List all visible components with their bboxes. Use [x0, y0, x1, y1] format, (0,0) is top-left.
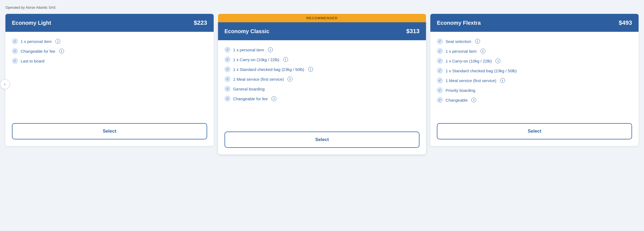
info-icon[interactable]: i	[283, 57, 288, 62]
info-icon[interactable]: i	[308, 67, 313, 72]
info-icon[interactable]: i	[59, 49, 64, 54]
list-item: ✓1 x Standard checked bag (23kg / 50lb)	[437, 68, 632, 74]
check-icon: ✓	[437, 77, 443, 83]
feature-text: Last to board	[21, 59, 45, 63]
economy-flextra-price: $493	[619, 19, 632, 26]
check-icon: ✓	[225, 66, 231, 72]
check-icon: ✓	[437, 97, 443, 103]
info-icon[interactable]: i	[475, 39, 480, 44]
check-icon: ✓	[437, 58, 443, 64]
list-item: ✓1 Meal service (first service)i	[437, 77, 632, 83]
info-icon[interactable]: i	[272, 96, 276, 101]
check-icon: ✓	[12, 58, 18, 64]
economy-light-body: ✓1 x personal itemi✓Changeable for feei✓…	[5, 32, 214, 119]
info-icon[interactable]: i	[268, 47, 273, 52]
check-icon: ✓	[225, 86, 231, 92]
list-item: ✓Seat selectioni	[437, 38, 632, 44]
feature-text: Changeable for fee	[21, 49, 55, 54]
feature-text: 1 Meal service (first service)	[446, 78, 496, 83]
feature-text: 1 x personal item	[233, 48, 264, 52]
list-item: ✓1 Meal service (first service)i	[225, 76, 420, 82]
feature-text: Changeable for fee	[233, 96, 268, 101]
info-icon[interactable]: i	[471, 98, 476, 102]
economy-light-title: Economy Light	[12, 20, 51, 26]
feature-text: 1 x Carry-on (10kg / 22lb)	[446, 59, 492, 63]
check-icon: ✓	[437, 38, 443, 44]
check-icon: ✓	[225, 76, 231, 82]
recommended-badge: RECOMMENDED	[218, 14, 426, 22]
economy-light-select-button[interactable]: Select	[12, 123, 207, 139]
economy-flextra-title: Economy Flextra	[437, 20, 481, 26]
economy-light-price: $223	[194, 19, 207, 26]
list-item: ✓Priority boarding	[437, 87, 632, 93]
list-item: ✓1 x Carry-on (10kg / 22lb)i	[437, 58, 632, 64]
feature-text: 1 x Standard checked bag (23kg / 50lb)	[446, 68, 517, 73]
info-icon[interactable]: i	[55, 39, 60, 44]
list-item: ✓Last to board	[12, 58, 207, 64]
check-icon: ✓	[225, 96, 231, 102]
feature-text: General boarding	[233, 87, 265, 91]
feature-text: Priority boarding	[446, 88, 475, 93]
list-item: ✓1 x personal itemi	[225, 47, 420, 53]
economy-flextra-footer: Select	[430, 119, 639, 146]
prev-arrow[interactable]: ‹	[0, 79, 10, 89]
top-bar: Operated by Norse Atlantic SAS	[5, 5, 639, 10]
card-economy-light: Economy Light$223✓1 x personal itemi✓Cha…	[5, 14, 214, 146]
list-item: ✓Changeablei	[437, 97, 632, 103]
check-icon: ✓	[12, 48, 18, 54]
economy-flextra-body: ✓Seat selectioni✓1 x personal itemi✓1 x …	[430, 32, 639, 119]
list-item: ✓General boarding	[225, 86, 420, 92]
list-item: ✓Changeable for feei	[225, 96, 420, 102]
economy-classic-price: $313	[406, 28, 419, 35]
economy-classic-body: ✓1 x personal itemi✓1 x Carry-on (10kg /…	[218, 40, 426, 127]
check-icon: ✓	[12, 38, 18, 44]
cards-wrapper: ‹ Economy Light$223✓1 x personal itemi✓C…	[5, 14, 639, 154]
info-icon[interactable]: i	[288, 77, 292, 82]
feature-text: Seat selection	[446, 39, 471, 44]
economy-flextra-select-button[interactable]: Select	[437, 123, 632, 139]
info-icon[interactable]: i	[495, 58, 500, 63]
list-item: ✓Changeable for feei	[12, 48, 207, 54]
info-icon[interactable]: i	[481, 49, 485, 54]
list-item: ✓1 x Standard checked bag (23kg / 50lb)i	[225, 66, 420, 72]
check-icon: ✓	[437, 87, 443, 93]
info-icon[interactable]: i	[500, 78, 505, 83]
feature-text: Changeable	[446, 98, 468, 102]
feature-text: 1 x personal item	[21, 39, 52, 44]
economy-light-header: Economy Light$223	[5, 14, 214, 32]
economy-classic-header: Economy Classic$313	[218, 22, 426, 40]
economy-classic-footer: Select	[218, 127, 426, 154]
top-bar-text: Operated by Norse Atlantic SAS	[5, 5, 56, 10]
card-economy-flextra: Economy Flextra$493✓Seat selectioni✓1 x …	[430, 14, 639, 146]
economy-light-footer: Select	[5, 119, 214, 146]
economy-classic-select-button[interactable]: Select	[225, 132, 420, 148]
card-economy-classic: RECOMMENDEDEconomy Classic$313✓1 x perso…	[218, 14, 426, 154]
list-item: ✓1 x personal itemi	[437, 48, 632, 54]
check-icon: ✓	[225, 57, 231, 63]
economy-classic-title: Economy Classic	[225, 28, 270, 35]
feature-text: 1 x Standard checked bag (23kg / 50lb)	[233, 67, 304, 72]
feature-text: 1 Meal service (first service)	[233, 77, 284, 82]
check-icon: ✓	[225, 47, 231, 53]
list-item: ✓1 x personal itemi	[12, 38, 207, 44]
list-item: ✓1 x Carry-on (10kg / 22lb)i	[225, 57, 420, 63]
economy-flextra-header: Economy Flextra$493	[430, 14, 639, 32]
check-icon: ✓	[437, 68, 443, 74]
feature-text: 1 x personal item	[446, 49, 476, 54]
check-icon: ✓	[437, 48, 443, 54]
chevron-left-icon: ‹	[4, 82, 5, 87]
feature-text: 1 x Carry-on (10kg / 22lb)	[233, 57, 279, 62]
